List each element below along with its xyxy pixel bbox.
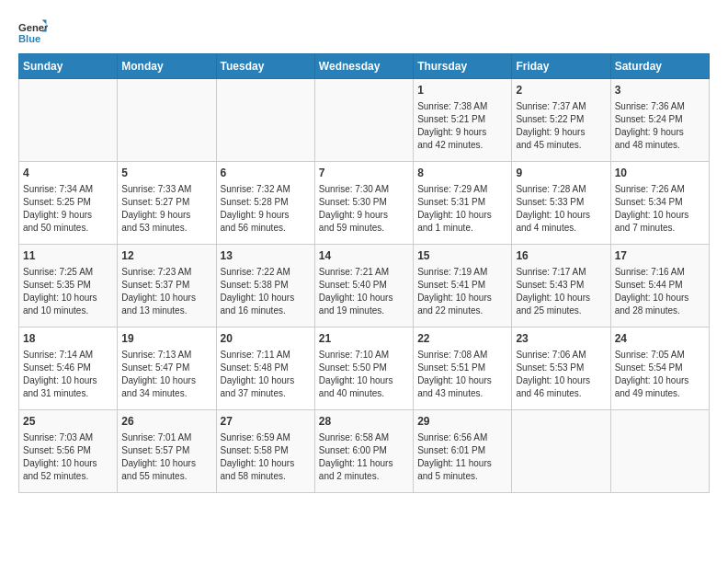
calendar-cell: 15Sunrise: 7:19 AM Sunset: 5:41 PM Dayli… — [414, 245, 512, 327]
day-info: Sunrise: 7:32 AM Sunset: 5:28 PM Dayligh… — [221, 183, 311, 235]
calendar-cell: 27Sunrise: 6:59 AM Sunset: 5:58 PM Dayli… — [216, 410, 314, 493]
day-number: 15 — [417, 248, 507, 264]
day-info: Sunrise: 6:58 AM Sunset: 6:00 PM Dayligh… — [319, 431, 409, 483]
weekday-header-saturday: Saturday — [610, 54, 709, 79]
calendar-cell: 26Sunrise: 7:01 AM Sunset: 5:57 PM Dayli… — [118, 410, 216, 493]
calendar-cell: 10Sunrise: 7:26 AM Sunset: 5:34 PM Dayli… — [610, 162, 709, 245]
day-info: Sunrise: 7:16 AM Sunset: 5:44 PM Dayligh… — [615, 266, 705, 317]
calendar-cell — [610, 410, 709, 493]
calendar-cell: 19Sunrise: 7:13 AM Sunset: 5:47 PM Dayli… — [118, 327, 216, 410]
day-info: Sunrise: 7:14 AM Sunset: 5:46 PM Dayligh… — [23, 349, 113, 400]
day-info: Sunrise: 7:17 AM Sunset: 5:43 PM Dayligh… — [516, 266, 606, 317]
day-info: Sunrise: 7:19 AM Sunset: 5:41 PM Dayligh… — [417, 266, 507, 317]
calendar-cell — [512, 410, 610, 493]
calendar-cell: 3Sunrise: 7:36 AM Sunset: 5:24 PM Daylig… — [610, 79, 709, 162]
day-info: Sunrise: 7:30 AM Sunset: 5:30 PM Dayligh… — [319, 183, 409, 235]
calendar-cell: 4Sunrise: 7:34 AM Sunset: 5:25 PM Daylig… — [19, 162, 118, 245]
page-header: General Blue — [18, 18, 710, 44]
day-info: Sunrise: 7:36 AM Sunset: 5:24 PM Dayligh… — [615, 100, 705, 152]
day-number: 7 — [319, 166, 409, 181]
calendar-cell: 2Sunrise: 7:37 AM Sunset: 5:22 PM Daylig… — [512, 79, 610, 162]
day-number: 27 — [221, 414, 311, 430]
calendar-cell: 9Sunrise: 7:28 AM Sunset: 5:33 PM Daylig… — [512, 162, 610, 245]
calendar-cell: 22Sunrise: 7:08 AM Sunset: 5:51 PM Dayli… — [414, 327, 512, 410]
day-number: 9 — [516, 166, 606, 181]
weekday-header-wednesday: Wednesday — [314, 54, 413, 79]
calendar-cell: 5Sunrise: 7:33 AM Sunset: 5:27 PM Daylig… — [118, 162, 216, 245]
day-info: Sunrise: 7:08 AM Sunset: 5:51 PM Dayligh… — [417, 349, 507, 400]
weekday-header-row: SundayMondayTuesdayWednesdayThursdayFrid… — [19, 54, 710, 79]
day-number: 26 — [121, 414, 211, 430]
day-number: 23 — [516, 331, 606, 347]
calendar-cell: 17Sunrise: 7:16 AM Sunset: 5:44 PM Dayli… — [610, 245, 709, 327]
svg-text:Blue: Blue — [18, 33, 40, 44]
day-info: Sunrise: 7:01 AM Sunset: 5:57 PM Dayligh… — [121, 431, 211, 483]
calendar-cell — [19, 79, 118, 162]
calendar-week-4: 18Sunrise: 7:14 AM Sunset: 5:46 PM Dayli… — [19, 327, 710, 410]
calendar-cell: 24Sunrise: 7:05 AM Sunset: 5:54 PM Dayli… — [610, 327, 709, 410]
day-info: Sunrise: 7:05 AM Sunset: 5:54 PM Dayligh… — [615, 349, 705, 400]
day-info: Sunrise: 7:06 AM Sunset: 5:53 PM Dayligh… — [516, 349, 606, 400]
calendar-cell: 20Sunrise: 7:11 AM Sunset: 5:48 PM Dayli… — [216, 327, 314, 410]
calendar-cell: 11Sunrise: 7:25 AM Sunset: 5:35 PM Dayli… — [19, 245, 118, 327]
day-number: 14 — [319, 248, 409, 264]
day-number: 22 — [417, 331, 507, 347]
day-info: Sunrise: 7:21 AM Sunset: 5:40 PM Dayligh… — [319, 266, 409, 317]
day-number: 20 — [221, 331, 311, 347]
day-number: 11 — [23, 248, 113, 264]
day-number: 8 — [417, 166, 507, 181]
calendar-week-3: 11Sunrise: 7:25 AM Sunset: 5:35 PM Dayli… — [19, 245, 710, 327]
day-number: 5 — [121, 166, 211, 181]
day-info: Sunrise: 7:11 AM Sunset: 5:48 PM Dayligh… — [221, 349, 311, 400]
day-info: Sunrise: 7:28 AM Sunset: 5:33 PM Dayligh… — [516, 183, 606, 235]
calendar-week-5: 25Sunrise: 7:03 AM Sunset: 5:56 PM Dayli… — [19, 410, 710, 493]
day-info: Sunrise: 7:29 AM Sunset: 5:31 PM Dayligh… — [417, 183, 507, 235]
day-info: Sunrise: 7:38 AM Sunset: 5:21 PM Dayligh… — [417, 100, 507, 152]
day-number: 16 — [516, 248, 606, 264]
day-number: 10 — [615, 166, 705, 181]
calendar-cell — [216, 79, 314, 162]
calendar-cell: 29Sunrise: 6:56 AM Sunset: 6:01 PM Dayli… — [414, 410, 512, 493]
calendar-cell: 23Sunrise: 7:06 AM Sunset: 5:53 PM Dayli… — [512, 327, 610, 410]
day-number: 21 — [319, 331, 409, 347]
svg-text:General: General — [18, 22, 48, 33]
day-number: 18 — [23, 331, 113, 347]
calendar-week-1: 1Sunrise: 7:38 AM Sunset: 5:21 PM Daylig… — [19, 79, 710, 162]
calendar-cell: 18Sunrise: 7:14 AM Sunset: 5:46 PM Dayli… — [19, 327, 118, 410]
calendar-cell: 8Sunrise: 7:29 AM Sunset: 5:31 PM Daylig… — [414, 162, 512, 245]
day-info: Sunrise: 7:25 AM Sunset: 5:35 PM Dayligh… — [23, 266, 113, 317]
calendar-cell — [118, 79, 216, 162]
calendar-cell: 6Sunrise: 7:32 AM Sunset: 5:28 PM Daylig… — [216, 162, 314, 245]
day-info: Sunrise: 7:33 AM Sunset: 5:27 PM Dayligh… — [121, 183, 211, 235]
calendar-cell: 21Sunrise: 7:10 AM Sunset: 5:50 PM Dayli… — [314, 327, 413, 410]
calendar-cell: 7Sunrise: 7:30 AM Sunset: 5:30 PM Daylig… — [314, 162, 413, 245]
day-info: Sunrise: 7:23 AM Sunset: 5:37 PM Dayligh… — [121, 266, 211, 317]
day-number: 4 — [23, 166, 113, 181]
day-info: Sunrise: 6:59 AM Sunset: 5:58 PM Dayligh… — [221, 431, 311, 483]
day-number: 6 — [221, 166, 311, 181]
day-number: 12 — [121, 248, 211, 264]
calendar-cell: 12Sunrise: 7:23 AM Sunset: 5:37 PM Dayli… — [118, 245, 216, 327]
calendar-cell: 28Sunrise: 6:58 AM Sunset: 6:00 PM Dayli… — [314, 410, 413, 493]
day-info: Sunrise: 7:34 AM Sunset: 5:25 PM Dayligh… — [23, 183, 113, 235]
day-number: 3 — [615, 83, 705, 98]
weekday-header-thursday: Thursday — [414, 54, 512, 79]
day-info: Sunrise: 6:56 AM Sunset: 6:01 PM Dayligh… — [417, 431, 507, 483]
day-number: 19 — [121, 331, 211, 347]
day-info: Sunrise: 7:13 AM Sunset: 5:47 PM Dayligh… — [121, 349, 211, 400]
weekday-header-friday: Friday — [512, 54, 610, 79]
weekday-header-sunday: Sunday — [19, 54, 118, 79]
day-info: Sunrise: 7:26 AM Sunset: 5:34 PM Dayligh… — [615, 183, 705, 235]
day-info: Sunrise: 7:37 AM Sunset: 5:22 PM Dayligh… — [516, 100, 606, 152]
day-number: 28 — [319, 414, 409, 430]
logo: General Blue — [18, 18, 48, 44]
weekday-header-tuesday: Tuesday — [216, 54, 314, 79]
calendar-cell: 1Sunrise: 7:38 AM Sunset: 5:21 PM Daylig… — [414, 79, 512, 162]
day-number: 17 — [615, 248, 705, 264]
calendar-cell: 13Sunrise: 7:22 AM Sunset: 5:38 PM Dayli… — [216, 245, 314, 327]
day-info: Sunrise: 7:10 AM Sunset: 5:50 PM Dayligh… — [319, 349, 409, 400]
day-number: 13 — [221, 248, 311, 264]
day-number: 1 — [417, 83, 507, 98]
calendar-cell — [314, 79, 413, 162]
logo-icon: General Blue — [18, 18, 48, 44]
